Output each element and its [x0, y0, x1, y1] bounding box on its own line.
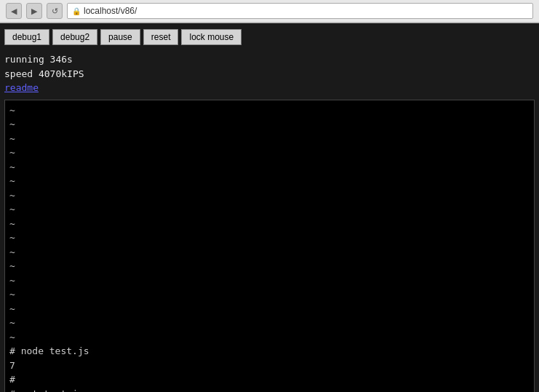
- terminal-line: ~: [9, 188, 530, 203]
- terminal-line: ~: [9, 217, 530, 231]
- forward-button[interactable]: ▶: [26, 3, 42, 19]
- speed-status: speed 4070kIPS: [4, 67, 535, 81]
- page-icon: 🔒: [72, 7, 81, 15]
- pause-button[interactable]: pause: [100, 29, 140, 45]
- address-bar[interactable]: 🔒 localhost/v86/: [67, 3, 533, 19]
- terminal-line: # node test.js: [9, 344, 530, 359]
- terminal-line: ~: [9, 117, 530, 132]
- lock-mouse-button[interactable]: lock mouse: [181, 29, 241, 45]
- terminal-line: # cat test.js: [9, 387, 530, 393]
- terminal-line: ~: [9, 316, 530, 330]
- browser-toolbar: ◀ ▶ ↺ 🔒 localhost/v86/: [0, 0, 539, 23]
- debug1-button[interactable]: debug1: [4, 29, 49, 45]
- terminal-line: ~: [9, 330, 530, 345]
- terminal-line: ~: [9, 103, 530, 118]
- terminal-line: ~: [9, 132, 530, 146]
- status-area: running 346s speed 4070kIPS readme: [0, 51, 539, 97]
- reload-button[interactable]: ↺: [47, 3, 63, 19]
- terminal-line: ~: [9, 287, 530, 302]
- readme-link[interactable]: readme: [4, 82, 39, 93]
- terminal-line: ~: [9, 273, 530, 288]
- terminal-line: ~: [9, 145, 530, 160]
- terminal-line: ~: [9, 202, 530, 217]
- terminal-line: ~: [9, 259, 530, 273]
- terminal-line: ~: [9, 245, 530, 260]
- terminal-area[interactable]: ~ ~ ~ ~ ~ ~ ~ ~ ~ ~ ~ ~ ~ ~ ~ ~ ~ # node…: [4, 100, 535, 393]
- running-status: running 346s: [4, 52, 535, 67]
- back-button[interactable]: ◀: [6, 3, 22, 19]
- page-content: debug1 debug2 pause reset lock mouse run…: [0, 23, 539, 392]
- browser-chrome: ◀ ▶ ↺ 🔒 localhost/v86/: [0, 0, 539, 23]
- controls-bar: debug1 debug2 pause reset lock mouse: [0, 23, 539, 51]
- reset-button[interactable]: reset: [143, 29, 179, 45]
- terminal-line: ~: [9, 231, 530, 245]
- terminal-line: ~: [9, 174, 530, 188]
- debug2-button[interactable]: debug2: [52, 29, 97, 45]
- terminal-line: 7: [9, 359, 530, 373]
- terminal-line: ~: [9, 160, 530, 175]
- url-text: localhost/v86/: [84, 6, 137, 16]
- terminal-line: #: [9, 372, 530, 387]
- terminal-line: ~: [9, 302, 530, 316]
